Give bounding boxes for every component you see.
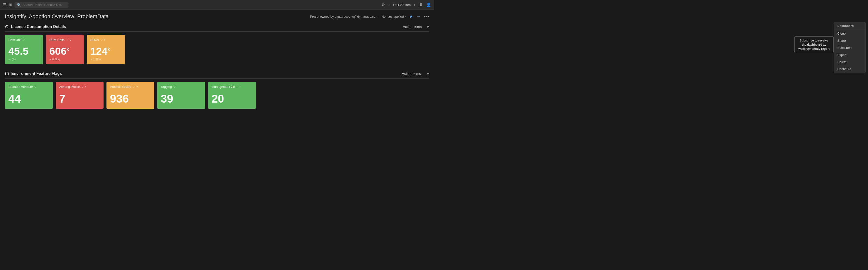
dem-units-trend: ↗ 0.69% [49,58,81,61]
alerting-profile-filter-icon[interactable]: ▽ [82,85,84,88]
section1-actions: Action Items ∨ [403,25,429,29]
page-header: Insightify: Adoption Overview: ProblemDa… [0,10,434,22]
environment-feature-flags-section: ⬡ Environment Feature Flags Action Items… [5,69,429,109]
request-attribute-label: Request Attribute ▽ [8,85,49,89]
host-unit-value: 45.5 [8,46,39,56]
ddus-expand-icon[interactable]: ∨ [104,38,106,41]
alerting-profile-value: 7 [59,93,100,104]
section1-cards: Host Unit ▽ 45.5 → 0% DEM Units ▽ ∨ 606k… [5,35,429,64]
dem-units-card: DEM Units ▽ ∨ 606k ↗ 0.69% [46,35,84,64]
action-items-label-2: Action Items: [402,72,422,76]
nav-right: ⚙ ‹ Last 2 hours › 🖥 👤 [381,2,431,7]
request-attribute-card: Request Attribute ▽ 44 [5,82,53,109]
top-navigation: ☰ ⊞ 🔍 ⚙ ‹ Last 2 hours › 🖥 👤 [0,0,434,10]
search-icon: 🔍 [17,3,21,7]
filter-icon[interactable]: ⚙ [381,2,385,7]
management-zone-filter-icon[interactable]: ▽ [239,85,241,88]
flags-icon: ⬡ [5,71,9,76]
alerting-profile-label: Alerting Profile ▽ ∨ [59,85,100,89]
process-group-filter-icon[interactable]: ▽ [133,85,135,88]
preset-owner-text: Preset owned by dynatraceone@dynatrace.c… [310,15,378,19]
favorite-button[interactable]: ★ [409,14,413,19]
section2-header: ⬡ Environment Feature Flags Action Items… [5,69,429,79]
tags-link[interactable]: No tags applied › [381,15,406,19]
ddus-filter-icon[interactable]: ▽ [100,38,102,41]
monitor-icon[interactable]: 🖥 [419,3,423,7]
section2-actions: Action Items: ∨ [402,72,429,76]
search-bar[interactable]: 🔍 [14,2,68,8]
dem-units-filter-icon[interactable]: ▽ [66,38,68,41]
arrow-right-icon: → [416,14,421,19]
tagging-value: 39 [161,93,202,104]
management-zone-label: Management Zo... ▽ [212,85,252,89]
ddus-value: 124k [90,46,121,56]
page-header-actions: Preset owned by dynatraceone@dynatrace.c… [310,14,429,20]
tagging-label: Tagging ▽ [161,85,202,89]
license-consumption-section: ⊙ License Consumption Details Action Ite… [5,22,429,64]
ddus-card: DDUs ▽ ∨ 124k ↗ 1.37% [87,35,125,64]
request-attribute-value: 44 [8,93,49,104]
license-icon: ⊙ [5,24,8,29]
request-attribute-filter-icon[interactable]: ▽ [34,85,36,88]
tagging-filter-icon[interactable]: ▽ [174,85,176,88]
host-unit-label: Host Unit ▽ [8,38,39,42]
chevron-right-icon: › [405,15,406,19]
dem-units-expand-icon[interactable]: ∨ [69,38,71,41]
host-unit-trend: → 0% [8,58,39,61]
management-zone-value: 20 [212,93,252,104]
next-time-icon[interactable]: › [414,3,415,7]
search-input[interactable] [23,3,62,7]
section1-header: ⊙ License Consumption Details Action Ite… [5,22,429,32]
menu-icon[interactable]: ☰ [3,2,6,7]
process-group-card: Process Group ▽ ∨ 936 [106,82,154,109]
dashboard-icon[interactable]: ⊞ [9,2,12,7]
alerting-profile-expand-icon[interactable]: ∨ [85,85,87,88]
section1-collapse-button[interactable]: ∨ [427,25,429,29]
section1-title: ⊙ License Consumption Details [5,24,66,29]
process-group-label: Process Group ▽ ∨ [110,85,151,89]
host-unit-filter-icon[interactable]: ▽ [23,38,25,41]
main-content: ⊙ License Consumption Details Action Ite… [0,22,434,109]
ddus-label: DDUs ▽ ∨ [90,38,121,42]
tagging-card: Tagging ▽ 39 [157,82,205,109]
dem-units-value: 606k [49,46,81,56]
dem-units-label: DEM Units ▽ ∨ [49,38,81,42]
management-zone-card: Management Zo... ▽ 20 [208,82,256,109]
process-group-expand-icon[interactable]: ∨ [136,85,138,88]
alerting-profile-card: Alerting Profile ▽ ∨ 7 [56,82,103,109]
host-unit-card: Host Unit ▽ 45.5 → 0% [5,35,43,64]
section2-title: ⬡ Environment Feature Flags [5,71,62,76]
action-items-label: Action Items [403,25,422,29]
section2-collapse-button[interactable]: ∨ [427,72,429,76]
section2-cards: Request Attribute ▽ 44 Alerting Profile … [5,82,429,109]
prev-time-icon[interactable]: ‹ [389,3,390,7]
more-options-button[interactable]: ••• [424,14,429,20]
user-icon[interactable]: 👤 [426,2,431,7]
ddus-trend: ↗ 1.37% [90,58,121,61]
page-title: Insightify: Adoption Overview: ProblemDa… [5,13,109,20]
process-group-value: 936 [110,93,151,104]
time-range: Last 2 hours [393,3,411,7]
